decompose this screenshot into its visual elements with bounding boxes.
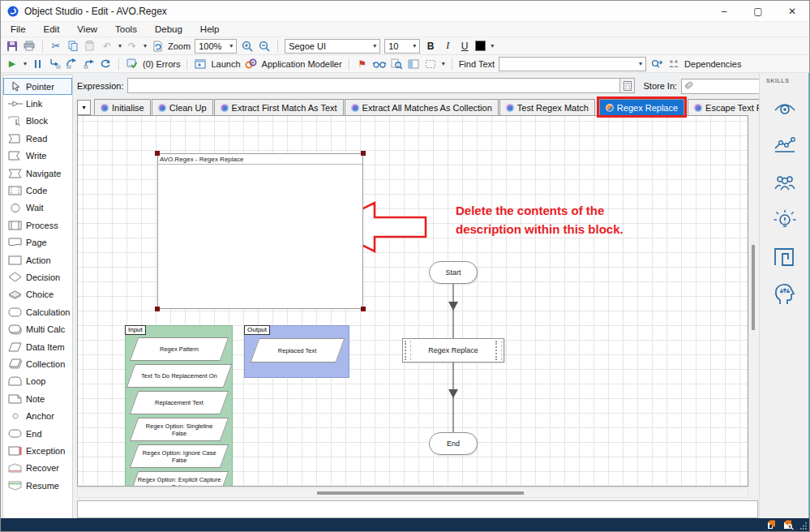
- skill-collaboration-team-icon[interactable]: [773, 173, 797, 194]
- paste-icon[interactable]: [84, 39, 96, 54]
- palette-item-anchor[interactable]: Anchor: [3, 407, 72, 424]
- start-stage[interactable]: Start: [429, 261, 478, 284]
- zoom-out-icon[interactable]: [258, 39, 271, 54]
- tab-test-regex-match[interactable]: Test Regex Match: [499, 99, 595, 115]
- selection-handle[interactable]: [155, 151, 160, 156]
- menu-edit[interactable]: Edit: [44, 24, 60, 34]
- copy-icon[interactable]: [66, 39, 79, 54]
- canvas-horizontal-scrollbar[interactable]: [77, 487, 748, 498]
- data-item-replaced-text[interactable]: Replaced Text: [251, 338, 345, 363]
- palette-item-end[interactable]: End: [3, 425, 72, 442]
- data-item-regex-option-singleline[interactable]: Regex Option: SinglelineFalse: [130, 418, 229, 441]
- watch-glasses-icon[interactable]: [373, 57, 386, 71]
- palette-item-calculation[interactable]: Calculation: [3, 303, 72, 320]
- maximize-button[interactable]: ▢: [741, 1, 775, 21]
- application-modeller-label[interactable]: Application Modeller: [262, 59, 342, 69]
- tab-initialise[interactable]: Initialise: [94, 99, 151, 115]
- font-color-swatch[interactable]: [475, 41, 486, 51]
- breakpoint-flag-icon[interactable]: ⚑: [356, 57, 369, 71]
- selection-mode-dropdown-icon[interactable]: ▾: [442, 60, 445, 67]
- panel-view-icon[interactable]: [407, 57, 420, 71]
- palette-item-multi-calc[interactable]: Multi Calc: [3, 320, 72, 337]
- selection-handle[interactable]: [361, 307, 366, 311]
- step-into-icon[interactable]: [48, 57, 61, 71]
- search-icon[interactable]: [390, 57, 403, 71]
- palette-item-collection[interactable]: Collection: [3, 355, 72, 372]
- dependencies-label[interactable]: Dependencies: [684, 59, 741, 69]
- flow-canvas[interactable]: AVO.Regex - Regex Replace Delete the con…: [77, 115, 748, 487]
- data-item-regex-pattern[interactable]: Regex Pattern: [130, 337, 229, 361]
- palette-item-wait[interactable]: Wait: [3, 200, 72, 217]
- zoom-select[interactable]: 100%▾: [195, 39, 237, 54]
- status-save-icon[interactable]: [767, 520, 778, 530]
- tab-extract-first-match-as-text[interactable]: Extract First Match As Text: [214, 99, 344, 115]
- data-item-regex-option-explicit-capture[interactable]: Regex Option: Explicit CaptureFalse: [130, 471, 229, 487]
- application-modeller-icon[interactable]: [245, 57, 258, 71]
- palette-item-action[interactable]: Action: [3, 251, 72, 268]
- stage-description-field[interactable]: [77, 500, 758, 518]
- skill-knowledge-maze-icon[interactable]: [773, 247, 797, 268]
- palette-item-pointer[interactable]: Pointer: [3, 78, 72, 95]
- find-text-input[interactable]: ▾: [499, 57, 646, 71]
- skill-visual-perception-eye-icon[interactable]: [773, 99, 797, 120]
- tab-list-dropdown[interactable]: ▾: [77, 100, 91, 115]
- redo-dropdown-icon[interactable]: ▾: [144, 42, 147, 49]
- step-out-icon[interactable]: [82, 57, 95, 71]
- palette-item-read[interactable]: Read: [3, 130, 72, 147]
- palette-item-decision[interactable]: Decision: [3, 268, 72, 285]
- palette-item-page[interactable]: Page: [3, 234, 72, 251]
- bold-button[interactable]: B: [424, 39, 437, 54]
- status-search-icon[interactable]: [783, 520, 795, 530]
- launch-label[interactable]: Launch: [211, 59, 240, 69]
- palette-item-recover[interactable]: Recover: [3, 460, 72, 477]
- palette-item-loop[interactable]: Loop: [3, 373, 72, 390]
- undo-dropdown-icon[interactable]: ▾: [118, 42, 122, 49]
- data-item-replacement-text[interactable]: Replacement Text: [130, 391, 229, 414]
- palette-item-data-item[interactable]: Data Item: [3, 338, 72, 355]
- selection-handle[interactable]: [361, 151, 366, 156]
- palette-item-process[interactable]: Process: [3, 217, 72, 234]
- run-icon[interactable]: ▶: [6, 57, 19, 71]
- scrollbar-thumb[interactable]: [317, 491, 524, 495]
- errors-label[interactable]: (0) Errors: [143, 59, 180, 69]
- italic-button[interactable]: I: [441, 39, 454, 54]
- palette-item-navigate[interactable]: Navigate: [3, 165, 72, 182]
- run-dropdown-icon[interactable]: ▾: [24, 60, 27, 67]
- palette-item-code[interactable]: Code: [3, 182, 72, 199]
- palette-item-resume[interactable]: Resume: [3, 477, 72, 494]
- pause-icon[interactable]: [31, 57, 44, 71]
- skill-problem-solving-idea-icon[interactable]: [773, 209, 797, 230]
- underline-button[interactable]: U: [458, 39, 471, 54]
- font-size-select[interactable]: 10▾: [384, 39, 420, 54]
- redo-icon[interactable]: ↷: [126, 39, 139, 54]
- canvas-vertical-scrollbar[interactable]: [750, 115, 756, 487]
- menu-file[interactable]: File: [11, 24, 26, 34]
- regex-replace-stage[interactable]: Regex Replace: [402, 338, 504, 363]
- dependencies-icon[interactable]: [667, 57, 680, 71]
- data-item-regex-option-ignore-case[interactable]: Regex Option: Ignore CaseFalse: [130, 444, 229, 468]
- minimize-button[interactable]: –: [707, 1, 741, 21]
- palette-item-exception[interactable]: Exception: [3, 442, 72, 459]
- resize-grip[interactable]: [799, 521, 808, 530]
- refresh-page-icon[interactable]: [151, 39, 164, 54]
- palette-item-write[interactable]: Write: [3, 148, 72, 165]
- find-next-icon[interactable]: [650, 57, 663, 71]
- font-family-select[interactable]: Segoe UI▾: [285, 39, 380, 54]
- print-icon[interactable]: [23, 39, 36, 54]
- reset-icon[interactable]: [99, 57, 112, 71]
- menu-tools[interactable]: Tools: [115, 24, 137, 34]
- palette-item-choice[interactable]: Choice: [3, 286, 72, 303]
- tab-clean-up[interactable]: Clean Up: [152, 99, 213, 115]
- close-button[interactable]: ✕: [775, 1, 809, 21]
- undo-icon[interactable]: ↶: [101, 39, 114, 54]
- expression-builder-button[interactable]: [620, 78, 635, 93]
- palette-item-note[interactable]: Note: [3, 390, 72, 407]
- expression-input[interactable]: [127, 78, 620, 93]
- end-stage[interactable]: End: [429, 432, 478, 455]
- launch-icon[interactable]: [194, 57, 207, 71]
- skill-learning-cognition-icon[interactable]: [773, 283, 797, 304]
- menu-help[interactable]: Help: [200, 24, 220, 34]
- save-icon[interactable]: [6, 39, 19, 54]
- step-over-icon[interactable]: [65, 57, 78, 71]
- tab-regex-replace[interactable]: Regex Replace: [599, 99, 684, 115]
